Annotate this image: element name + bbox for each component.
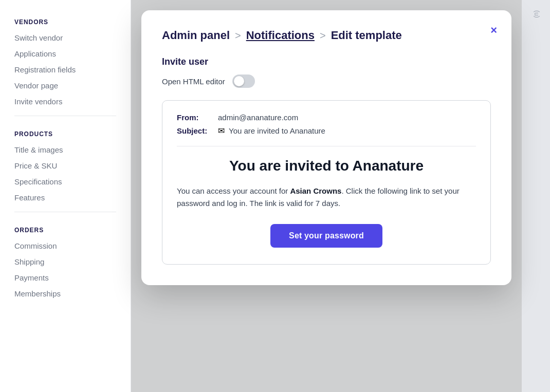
products-section-header: PRODUCTS <box>0 122 131 142</box>
breadcrumb: Admin panel > Notifications > Edit templ… <box>162 29 491 42</box>
sidebar-item-features[interactable]: Features <box>0 190 131 206</box>
from-label: From: <box>177 113 214 122</box>
email-icon: ✉ <box>218 126 225 136</box>
orders-section-header: ORDERS <box>0 218 131 238</box>
sidebar: VENDORS Switch vendor Applications Regis… <box>0 0 131 392</box>
sidebar-item-price-sku[interactable]: Price & SKU <box>0 158 131 174</box>
close-button[interactable]: × <box>490 25 497 36</box>
body-bold: Asian Crowns <box>290 186 341 195</box>
modal-overlay: × Admin panel > Notifications > Edit tem… <box>131 0 522 392</box>
html-editor-toggle[interactable] <box>232 74 255 88</box>
email-subject-row: Subject: ✉ You are invited to Ananature <box>177 126 476 136</box>
right-strip: (n) <box>522 0 550 392</box>
sidebar-item-applications[interactable]: Applications <box>0 46 131 62</box>
subject-label: Subject: <box>177 126 214 135</box>
breadcrumb-sep-1: > <box>235 30 241 42</box>
breadcrumb-sep-2: > <box>320 30 326 42</box>
sidebar-item-registration-fields[interactable]: Registration fields <box>0 62 131 78</box>
vendors-section-header: VENDORS <box>0 10 131 30</box>
sidebar-item-commission[interactable]: Commission <box>0 238 131 254</box>
breadcrumb-admin-panel: Admin panel <box>162 29 230 42</box>
toggle-row: Open HTML editor <box>162 74 491 88</box>
right-strip-label: (n) <box>533 10 540 18</box>
toggle-label: Open HTML editor <box>162 77 225 86</box>
sidebar-item-switch-vendor[interactable]: Switch vendor <box>0 30 131 46</box>
sidebar-item-invite-vendors[interactable]: Invite vendors <box>0 94 131 109</box>
breadcrumb-notifications[interactable]: Notifications <box>246 29 315 42</box>
breadcrumb-edit-template: Edit template <box>331 29 402 42</box>
set-password-button[interactable]: Set your password <box>270 224 382 248</box>
sidebar-item-title-images[interactable]: Title & images <box>0 142 131 158</box>
sidebar-item-specifications[interactable]: Specifications <box>0 174 131 190</box>
from-value: admin@ananature.com <box>218 113 298 122</box>
main-area: × Admin panel > Notifications > Edit tem… <box>131 0 522 392</box>
sidebar-divider-1 <box>14 116 116 116</box>
email-from-row: From: admin@ananature.com <box>177 113 476 122</box>
subject-value: You are invited to Ananature <box>229 126 325 135</box>
sidebar-item-shipping[interactable]: Shipping <box>0 254 131 270</box>
email-body-text: You can access your account for Asian Cr… <box>177 185 476 210</box>
sidebar-item-payments[interactable]: Payments <box>0 270 131 286</box>
sidebar-item-memberships[interactable]: Memberships <box>0 286 131 302</box>
body-text-pre: You can access your account for <box>177 186 290 195</box>
email-divider <box>177 146 476 146</box>
email-body: You are invited to Ananature You can acc… <box>177 157 476 248</box>
toggle-knob <box>234 76 244 86</box>
email-preview-card: From: admin@ananature.com Subject: ✉ You… <box>162 100 491 265</box>
section-title: Invite user <box>162 57 491 67</box>
modal: × Admin panel > Notifications > Edit tem… <box>141 10 511 285</box>
sidebar-item-vendor-page[interactable]: Vendor page <box>0 78 131 94</box>
email-headline: You are invited to Ananature <box>177 157 476 175</box>
sidebar-divider-2 <box>14 212 116 212</box>
